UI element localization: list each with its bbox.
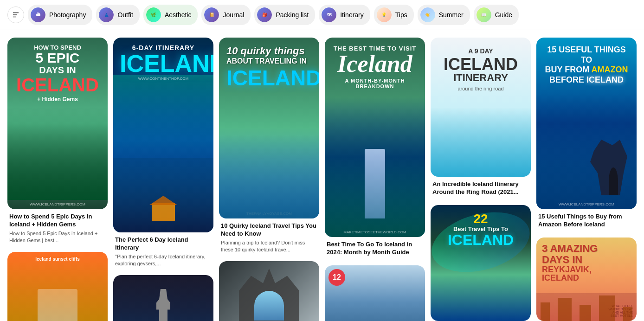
pin-card-3[interactable]: 6-DAY ITINERARY ICELAND WWW.CONTINENTHOP… bbox=[113, 38, 213, 270]
pin-1-title: How to Spend 5 Epic Days in Iceland + Hi… bbox=[9, 213, 106, 229]
pill-outfit-label: Outfit bbox=[117, 11, 133, 19]
top-navigation: 🏔 Photography 👗 Outfit 🌿 Aesthetic 📔 Jou… bbox=[0, 0, 644, 30]
pill-journal-label: Journal bbox=[223, 11, 244, 19]
pin-1-text: How to Spend 5 Epic Days in Iceland + Hi… bbox=[7, 209, 108, 246]
watermark-7: MAKETIMETOSEETHEWORLD.COM bbox=[343, 230, 406, 234]
pin-card-5[interactable]: 10 quirky things ABOUT TRAVELING IN ICEL… bbox=[219, 38, 319, 256]
pin-9-title: An Incredible Iceland Itinerary Around t… bbox=[432, 180, 529, 196]
filter-pills: 🏔 Photography 👗 Outfit 🌿 Aesthetic 📔 Jou… bbox=[28, 5, 519, 25]
pin-card-8[interactable]: 12 JETLAGGEDROAMER.COM bbox=[325, 265, 425, 321]
pill-itinerary[interactable]: 🗺 Itinerary bbox=[319, 5, 370, 25]
masonry-col-1: HOW TO SPEND 5 EPIC DAYS IN ICELAND + Hi… bbox=[7, 38, 108, 321]
pin-card-4[interactable] bbox=[113, 275, 213, 321]
pin-card-9[interactable]: A 9 DAY ICELAND ITINERARY around the rin… bbox=[431, 38, 531, 199]
pill-tips[interactable]: 💡 Tips bbox=[374, 5, 414, 25]
pin-card-6[interactable] bbox=[219, 261, 319, 321]
pin-3-text: The Perfect 6 Day Iceland Itinerary "Pla… bbox=[113, 232, 213, 270]
pin-card-10[interactable]: 22 Best Travel Tips To ICELAND bbox=[431, 205, 531, 321]
masonry-col-2: 6-DAY ITINERARY ICELAND WWW.CONTINENTHOP… bbox=[113, 38, 213, 321]
pill-tips-label: Tips bbox=[395, 11, 407, 19]
pill-guide[interactable]: 📖 Guide bbox=[474, 5, 519, 25]
pin-9-text: An Incredible Iceland Itinerary Around t… bbox=[431, 177, 531, 199]
pin-card-7[interactable]: THE BEST TIME TO VISIT Iceland A MONTH-B… bbox=[325, 38, 425, 260]
pin-3-title: The Perfect 6 Day Iceland Itinerary bbox=[115, 236, 212, 252]
masonry-col-6: 15 USEFUL THINGS TOBUY FROM AMAZONBEFORE… bbox=[536, 38, 637, 321]
masonry-col-5: A 9 DAY ICELAND ITINERARY around the rin… bbox=[431, 38, 531, 321]
pin-7-title: Best Time To Go To Iceland in 2024: Mont… bbox=[327, 241, 423, 257]
pill-guide-label: Guide bbox=[495, 11, 512, 19]
masonry-col-3: 10 quirky things ABOUT TRAVELING IN ICEL… bbox=[219, 38, 319, 321]
watermark-11: WWW.ICELANDTRIPPERS.COM bbox=[559, 202, 614, 206]
pin-5-text: 10 Quirky Iceland Travel Tips You Need t… bbox=[219, 218, 319, 256]
pill-photography[interactable]: 🏔 Photography bbox=[28, 5, 92, 25]
pin-card-11[interactable]: 15 USEFUL THINGS TOBUY FROM AMAZONBEFORE… bbox=[536, 38, 637, 232]
pill-photography-label: Photography bbox=[49, 11, 86, 19]
pill-aesthetic-label: Aesthetic bbox=[165, 11, 192, 19]
pin-card-1[interactable]: HOW TO SPEND 5 EPIC DAYS IN ICELAND + Hi… bbox=[7, 38, 108, 246]
pin-3-desc: "Plan the perfect 6-day Iceland itinerar… bbox=[115, 253, 212, 268]
pill-summer[interactable]: ☀️ Summer bbox=[418, 5, 470, 25]
filter-icon bbox=[12, 11, 20, 19]
filter-button[interactable] bbox=[7, 6, 24, 23]
pill-packing[interactable]: 🎒 Packing list bbox=[254, 5, 315, 25]
pill-summer-label: Summer bbox=[439, 11, 464, 19]
pill-itinerary-label: Itinerary bbox=[340, 11, 364, 19]
pin-card-2[interactable]: Iceland sunset cliffs bbox=[7, 252, 108, 321]
pill-aesthetic[interactable]: 🌿 Aesthetic bbox=[143, 5, 198, 25]
watermark-1: WWW.ICELANDTRIPPERS.COM bbox=[30, 202, 85, 206]
masonry-col-4: THE BEST TIME TO VISIT Iceland A MONTH-B… bbox=[325, 38, 425, 321]
pin-1-desc: How to Spend 5 Epic Days in Iceland + Hi… bbox=[9, 230, 106, 244]
pill-journal[interactable]: 📔 Journal bbox=[201, 5, 251, 25]
pin-5-title: 10 Quirky Iceland Travel Tips You Need t… bbox=[221, 222, 317, 238]
pins-grid: HOW TO SPEND 5 EPIC DAYS IN ICELAND + Hi… bbox=[0, 30, 644, 321]
pin-card-12[interactable]: 3 AMAZINGDAYS IN REYKJAVIK,ICELAND WHAT … bbox=[536, 238, 637, 321]
pin-7-text: Best Time To Go To Iceland in 2024: Mont… bbox=[325, 237, 425, 260]
badge-12: 12 bbox=[328, 269, 345, 286]
pill-packing-label: Packing list bbox=[276, 11, 309, 19]
pill-outfit[interactable]: 👗 Outfit bbox=[96, 5, 139, 25]
pin-5-desc: Planning a trip to Iceland? Don't miss t… bbox=[221, 239, 317, 254]
pin-11-title: 15 Useful Things to Buy from Amazon Befo… bbox=[538, 213, 635, 229]
pin-11-text: 15 Useful Things to Buy from Amazon Befo… bbox=[536, 209, 637, 232]
